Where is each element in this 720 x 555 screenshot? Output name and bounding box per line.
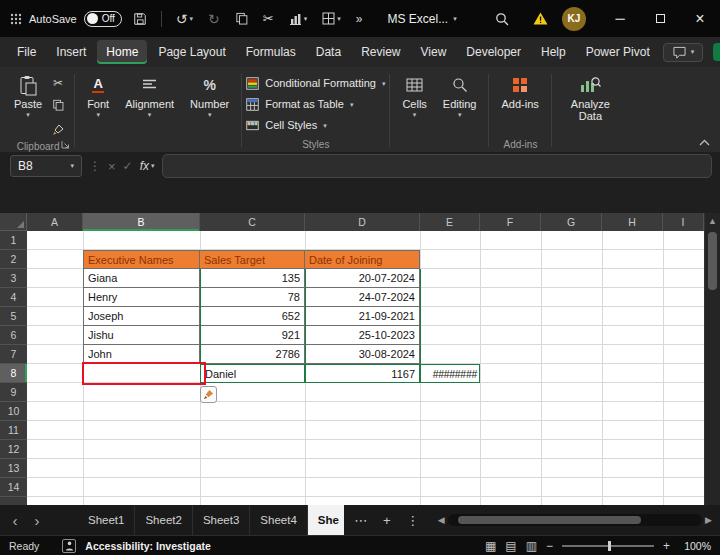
cell-c5[interactable]: 652	[200, 307, 305, 326]
cell-d6[interactable]: 25-10-2023	[305, 326, 420, 345]
row-header-5[interactable]: 5	[0, 307, 27, 326]
row-header-3[interactable]: 3	[0, 269, 27, 288]
zoom-out-icon[interactable]: −	[546, 539, 553, 553]
select-all-corner[interactable]	[0, 213, 27, 231]
vertical-scrollbar[interactable]: ▲	[704, 213, 720, 505]
row-header-9[interactable]: 9	[0, 383, 27, 402]
comments-button[interactable]: ▾	[663, 43, 704, 62]
app-title-menu[interactable]: MS Excel... ▾	[387, 12, 456, 26]
cell-d7[interactable]: 30-08-2024	[305, 345, 420, 364]
share-button[interactable]: ▾	[713, 43, 720, 61]
zoom-slider[interactable]	[562, 545, 654, 547]
cell-c6[interactable]: 921	[200, 326, 305, 345]
name-box[interactable]: B8 ▾	[10, 155, 82, 177]
borders-icon[interactable]: ▾	[318, 9, 345, 28]
enter-icon[interactable]: ✓	[123, 159, 133, 173]
cell-d5[interactable]: 21-09-2021	[305, 307, 420, 326]
scroll-up-icon[interactable]: ▲	[705, 213, 720, 229]
column-header-f[interactable]: F	[480, 213, 541, 231]
sheet-tab-sheet3[interactable]: Sheet3	[193, 505, 250, 535]
analyze-data-button[interactable]: Analyze Data	[556, 69, 624, 152]
cell-d8[interactable]: 1167	[305, 364, 420, 383]
sheet-menu-icon[interactable]: ⋮	[404, 513, 422, 528]
row-header-12[interactable]: 12	[0, 440, 27, 459]
collapse-ribbon-icon[interactable]	[699, 139, 710, 146]
tab-view[interactable]: View	[412, 40, 456, 64]
horizontal-scrollbar[interactable]: ◀ ▶	[438, 514, 712, 526]
cells-button[interactable]: Cells ▾	[394, 69, 434, 152]
column-header-h[interactable]: H	[602, 213, 663, 231]
conditional-formatting-button[interactable]: Conditional Formatting ▾	[246, 74, 385, 92]
sheet-tab-sheet2[interactable]: Sheet2	[135, 505, 192, 535]
close-button[interactable]: ×	[680, 0, 720, 37]
cell-b2[interactable]: Executive Names	[83, 250, 200, 269]
tab-formulas[interactable]: Formulas	[237, 40, 305, 64]
add-ins-button[interactable]: Add-ins	[493, 69, 546, 110]
sheet-options-icon[interactable]: ⋯	[352, 513, 370, 528]
column-header-a[interactable]: A	[27, 213, 83, 231]
row-header-14[interactable]: 14	[0, 478, 27, 497]
row-header-13[interactable]: 13	[0, 459, 27, 478]
zoom-slider-thumb[interactable]	[608, 541, 611, 551]
format-painter-icon[interactable]	[52, 122, 64, 140]
copy-icon[interactable]	[231, 9, 252, 28]
row-header-10[interactable]: 10	[0, 402, 27, 421]
column-header-b[interactable]: B	[83, 213, 200, 231]
row-header-4[interactable]: 4	[0, 288, 27, 307]
sheet-nav-left-icon[interactable]: ‹	[8, 512, 22, 529]
clipboard-dialog-launcher[interactable]	[61, 140, 70, 149]
cell-c3[interactable]: 135	[200, 269, 305, 288]
column-header-d[interactable]: D	[305, 213, 420, 231]
warning-icon[interactable]	[523, 12, 558, 25]
tab-home[interactable]: Home	[97, 40, 147, 64]
column-header-e[interactable]: E	[420, 213, 480, 231]
column-header-c[interactable]: C	[200, 213, 305, 231]
sheet-nav-right-icon[interactable]: ›	[30, 512, 44, 529]
tab-data[interactable]: Data	[307, 40, 350, 64]
active-cell-b8-red-border[interactable]	[82, 362, 206, 385]
chart-icon[interactable]: ▾	[285, 10, 312, 28]
tab-developer[interactable]: Developer	[457, 40, 530, 64]
view-normal-icon[interactable]: ▦	[485, 539, 496, 553]
view-page-layout-icon[interactable]: ▤	[505, 539, 516, 553]
autosave-toggle[interactable]: Off	[84, 11, 122, 27]
copy-icon[interactable]	[52, 97, 64, 115]
zoom-level[interactable]: 100%	[679, 540, 711, 552]
insert-function-icon[interactable]: fx▾	[140, 159, 155, 173]
maximize-button[interactable]	[640, 0, 680, 37]
alignment-button[interactable]: Alignment ▾	[117, 69, 182, 152]
undo-icon[interactable]: ↺▾	[172, 8, 197, 30]
row-header-7[interactable]: 7	[0, 345, 27, 364]
column-header-i[interactable]: I	[663, 213, 704, 231]
cut-icon[interactable]: ✂	[53, 76, 63, 90]
formula-input[interactable]	[162, 154, 712, 178]
format-as-table-button[interactable]: Format as Table ▾	[246, 95, 385, 113]
font-button[interactable]: A Font ▾	[79, 69, 117, 152]
tab-help[interactable]: Help	[532, 40, 575, 64]
cell-b3[interactable]: Giana	[83, 269, 200, 288]
cell-d3[interactable]: 20-07-2024	[305, 269, 420, 288]
paste-button[interactable]: Paste ▾	[6, 69, 50, 117]
scroll-right-icon[interactable]: ▶	[705, 515, 712, 525]
vertical-scroll-thumb[interactable]	[708, 232, 717, 290]
sheet-tab-sheet4[interactable]: Sheet4	[250, 505, 307, 535]
cell-b6[interactable]: Jishu	[83, 326, 200, 345]
cell-b5[interactable]: Joseph	[83, 307, 200, 326]
accessibility-status[interactable]: Accessibility: Investigate	[85, 540, 210, 552]
row-header-2[interactable]: 2	[0, 250, 27, 269]
scroll-left-icon[interactable]: ◀	[438, 515, 445, 525]
cancel-icon[interactable]: ×	[108, 159, 116, 174]
cell-c2[interactable]: Sales Target	[200, 250, 305, 269]
save-icon[interactable]	[129, 9, 151, 29]
row-header-11[interactable]: 11	[0, 421, 27, 440]
sheet-tab-active[interactable]: She	[308, 505, 344, 535]
app-launcher-icon[interactable]	[10, 13, 22, 25]
worksheet[interactable]: A B C D E F G H I 1 2 3 4 5 6 7 8 9 10	[0, 213, 704, 505]
column-header-g[interactable]: G	[541, 213, 602, 231]
cell-b4[interactable]: Henry	[83, 288, 200, 307]
add-sheet-button[interactable]: +	[378, 513, 396, 528]
cell-e8[interactable]: ########	[420, 364, 480, 383]
more-commands-icon[interactable]: »	[352, 9, 367, 29]
cut-icon[interactable]: ✂	[259, 8, 278, 29]
horizontal-scroll-thumb[interactable]	[458, 516, 641, 524]
